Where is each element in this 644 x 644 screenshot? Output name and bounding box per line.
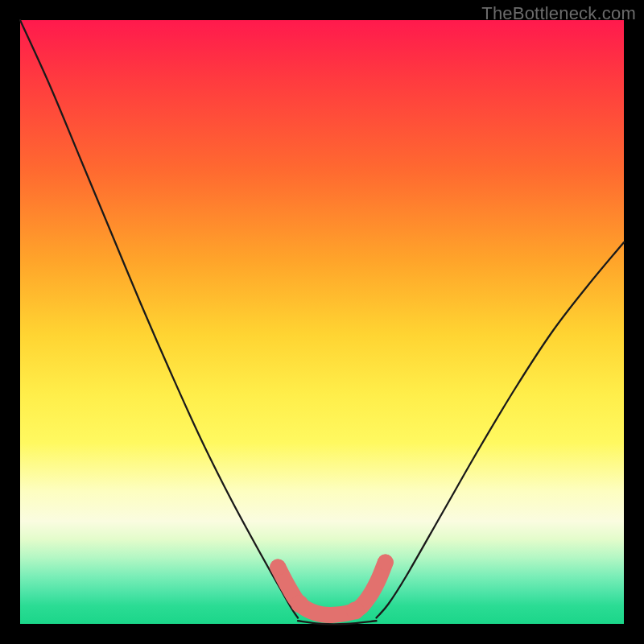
chart-svg [20,20,624,624]
trough-overlay-dot [378,555,394,571]
trough-overlay-dot [346,602,364,620]
trough-overlay-dot [270,559,286,576]
plot-area [20,20,624,624]
chart-frame: TheBottleneck.com [0,0,644,644]
curve-left-path [20,20,298,618]
trough-overlay-dot [291,595,308,613]
curve-right-path [377,242,625,618]
